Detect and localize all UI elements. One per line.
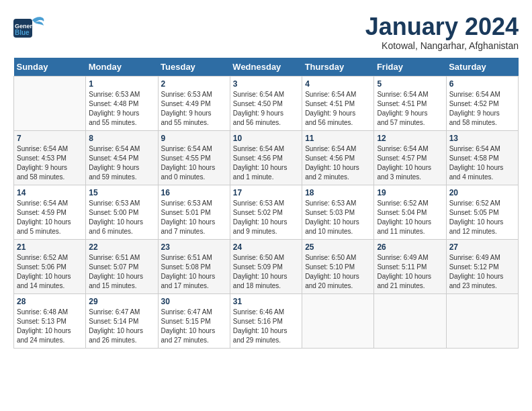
logo-icon: General Blue bbox=[13, 13, 47, 44]
calendar-week-2: 7Sunrise: 6:54 AMSunset: 4:53 PMDaylight… bbox=[14, 130, 519, 185]
day-number: 12 bbox=[377, 134, 443, 143]
calendar-cell: 20Sunrise: 6:52 AMSunset: 5:05 PMDayligh… bbox=[446, 185, 518, 239]
column-header-sunday: Sunday bbox=[14, 58, 86, 77]
column-header-wednesday: Wednesday bbox=[230, 58, 302, 77]
day-number: 25 bbox=[305, 242, 371, 252]
calendar-cell: 14Sunrise: 6:54 AMSunset: 4:59 PMDayligh… bbox=[14, 185, 86, 239]
day-number: 31 bbox=[233, 297, 299, 306]
calendar-cell: 2Sunrise: 6:53 AMSunset: 4:49 PMDaylight… bbox=[158, 76, 230, 130]
calendar-cell: 18Sunrise: 6:53 AMSunset: 5:03 PMDayligh… bbox=[302, 185, 374, 239]
day-number: 21 bbox=[17, 242, 83, 252]
calendar-cell: 29Sunrise: 6:47 AMSunset: 5:14 PMDayligh… bbox=[86, 293, 158, 348]
day-info: Sunrise: 6:50 AMSunset: 5:10 PMDaylight:… bbox=[305, 253, 371, 291]
calendar-week-4: 21Sunrise: 6:52 AMSunset: 5:06 PMDayligh… bbox=[14, 239, 519, 293]
day-number: 9 bbox=[161, 134, 227, 143]
day-number: 27 bbox=[449, 242, 515, 252]
day-number: 28 bbox=[17, 297, 83, 306]
day-info: Sunrise: 6:47 AMSunset: 5:15 PMDaylight:… bbox=[161, 308, 227, 345]
title-area: January 2024 Kotowal, Nangarhar, Afghani… bbox=[365, 13, 519, 51]
calendar-cell: 9Sunrise: 6:54 AMSunset: 4:55 PMDaylight… bbox=[158, 130, 230, 185]
day-number: 17 bbox=[233, 188, 299, 197]
day-number: 3 bbox=[233, 79, 299, 89]
calendar-cell: 22Sunrise: 6:51 AMSunset: 5:07 PMDayligh… bbox=[86, 239, 158, 293]
calendar-cell bbox=[374, 293, 446, 348]
calendar-cell: 12Sunrise: 6:54 AMSunset: 4:57 PMDayligh… bbox=[374, 130, 446, 185]
day-info: Sunrise: 6:54 AMSunset: 4:58 PMDaylight:… bbox=[449, 144, 515, 182]
calendar-cell: 30Sunrise: 6:47 AMSunset: 5:15 PMDayligh… bbox=[158, 293, 230, 348]
day-info: Sunrise: 6:52 AMSunset: 5:04 PMDaylight:… bbox=[377, 199, 443, 236]
day-info: Sunrise: 6:51 AMSunset: 5:07 PMDaylight:… bbox=[89, 253, 154, 291]
month-title: January 2024 bbox=[365, 13, 519, 40]
day-number: 23 bbox=[161, 242, 227, 252]
day-info: Sunrise: 6:47 AMSunset: 5:14 PMDaylight:… bbox=[89, 308, 154, 345]
day-info: Sunrise: 6:52 AMSunset: 5:06 PMDaylight:… bbox=[17, 253, 83, 291]
calendar-cell: 11Sunrise: 6:54 AMSunset: 4:56 PMDayligh… bbox=[302, 130, 374, 185]
calendar-cell: 16Sunrise: 6:53 AMSunset: 5:01 PMDayligh… bbox=[158, 185, 230, 239]
day-number: 26 bbox=[377, 242, 443, 252]
day-info: Sunrise: 6:54 AMSunset: 4:51 PMDaylight:… bbox=[305, 90, 371, 128]
day-number: 2 bbox=[161, 79, 227, 89]
calendar-cell: 13Sunrise: 6:54 AMSunset: 4:58 PMDayligh… bbox=[446, 130, 518, 185]
calendar-cell: 21Sunrise: 6:52 AMSunset: 5:06 PMDayligh… bbox=[14, 239, 86, 293]
column-header-tuesday: Tuesday bbox=[158, 58, 230, 77]
day-info: Sunrise: 6:54 AMSunset: 4:56 PMDaylight:… bbox=[233, 144, 299, 182]
calendar-cell: 31Sunrise: 6:46 AMSunset: 5:16 PMDayligh… bbox=[230, 293, 302, 348]
day-number: 20 bbox=[449, 188, 515, 197]
day-info: Sunrise: 6:54 AMSunset: 4:52 PMDaylight:… bbox=[449, 90, 515, 128]
day-info: Sunrise: 6:50 AMSunset: 5:09 PMDaylight:… bbox=[233, 253, 299, 291]
day-info: Sunrise: 6:54 AMSunset: 4:53 PMDaylight:… bbox=[17, 144, 83, 182]
calendar-cell: 26Sunrise: 6:49 AMSunset: 5:11 PMDayligh… bbox=[374, 239, 446, 293]
calendar-week-3: 14Sunrise: 6:54 AMSunset: 4:59 PMDayligh… bbox=[14, 185, 519, 239]
column-header-friday: Friday bbox=[374, 58, 446, 77]
calendar-cell bbox=[302, 293, 374, 348]
day-info: Sunrise: 6:52 AMSunset: 5:05 PMDaylight:… bbox=[449, 199, 515, 236]
calendar-cell: 28Sunrise: 6:48 AMSunset: 5:13 PMDayligh… bbox=[14, 293, 86, 348]
calendar-cell: 4Sunrise: 6:54 AMSunset: 4:51 PMDaylight… bbox=[302, 76, 374, 130]
calendar-cell bbox=[14, 76, 86, 130]
day-info: Sunrise: 6:54 AMSunset: 4:56 PMDaylight:… bbox=[305, 144, 371, 182]
day-info: Sunrise: 6:54 AMSunset: 4:57 PMDaylight:… bbox=[377, 144, 443, 182]
calendar-cell: 7Sunrise: 6:54 AMSunset: 4:53 PMDaylight… bbox=[14, 130, 86, 185]
day-info: Sunrise: 6:53 AMSunset: 5:03 PMDaylight:… bbox=[305, 199, 371, 236]
day-number: 22 bbox=[89, 242, 154, 252]
calendar-week-1: 1Sunrise: 6:53 AMSunset: 4:48 PMDaylight… bbox=[14, 76, 519, 130]
day-info: Sunrise: 6:54 AMSunset: 4:54 PMDaylight:… bbox=[89, 144, 154, 182]
calendar-cell bbox=[446, 293, 518, 348]
calendar-table: SundayMondayTuesdayWednesdayThursdayFrid… bbox=[13, 58, 519, 349]
day-info: Sunrise: 6:53 AMSunset: 5:01 PMDaylight:… bbox=[161, 199, 227, 236]
day-number: 10 bbox=[233, 134, 299, 143]
calendar-cell: 10Sunrise: 6:54 AMSunset: 4:56 PMDayligh… bbox=[230, 130, 302, 185]
calendar-cell: 5Sunrise: 6:54 AMSunset: 4:51 PMDaylight… bbox=[374, 76, 446, 130]
day-number: 30 bbox=[161, 297, 227, 306]
calendar-week-5: 28Sunrise: 6:48 AMSunset: 5:13 PMDayligh… bbox=[14, 293, 519, 348]
day-number: 15 bbox=[89, 188, 154, 197]
calendar-cell: 25Sunrise: 6:50 AMSunset: 5:10 PMDayligh… bbox=[302, 239, 374, 293]
location-subtitle: Kotowal, Nangarhar, Afghanistan bbox=[365, 40, 519, 51]
calendar-cell: 19Sunrise: 6:52 AMSunset: 5:04 PMDayligh… bbox=[374, 185, 446, 239]
day-number: 1 bbox=[89, 79, 154, 89]
day-number: 8 bbox=[89, 134, 154, 143]
day-number: 16 bbox=[161, 188, 227, 197]
svg-text:Blue: Blue bbox=[15, 29, 30, 36]
day-info: Sunrise: 6:54 AMSunset: 4:59 PMDaylight:… bbox=[17, 199, 83, 236]
day-info: Sunrise: 6:54 AMSunset: 4:51 PMDaylight:… bbox=[377, 90, 443, 128]
calendar-cell: 3Sunrise: 6:54 AMSunset: 4:50 PMDaylight… bbox=[230, 76, 302, 130]
day-info: Sunrise: 6:46 AMSunset: 5:16 PMDaylight:… bbox=[233, 308, 299, 345]
day-number: 13 bbox=[449, 134, 515, 143]
day-info: Sunrise: 6:54 AMSunset: 4:50 PMDaylight:… bbox=[233, 90, 299, 128]
day-number: 29 bbox=[89, 297, 154, 306]
day-number: 5 bbox=[377, 79, 443, 89]
day-info: Sunrise: 6:53 AMSunset: 4:49 PMDaylight:… bbox=[161, 90, 227, 128]
column-header-thursday: Thursday bbox=[302, 58, 374, 77]
day-info: Sunrise: 6:53 AMSunset: 4:48 PMDaylight:… bbox=[89, 90, 154, 128]
day-number: 4 bbox=[305, 79, 371, 89]
calendar-cell: 8Sunrise: 6:54 AMSunset: 4:54 PMDaylight… bbox=[86, 130, 158, 185]
day-info: Sunrise: 6:51 AMSunset: 5:08 PMDaylight:… bbox=[161, 253, 227, 291]
day-info: Sunrise: 6:49 AMSunset: 5:12 PMDaylight:… bbox=[449, 253, 515, 291]
calendar-cell: 1Sunrise: 6:53 AMSunset: 4:48 PMDaylight… bbox=[86, 76, 158, 130]
calendar-cell: 27Sunrise: 6:49 AMSunset: 5:12 PMDayligh… bbox=[446, 239, 518, 293]
column-header-monday: Monday bbox=[86, 58, 158, 77]
day-info: Sunrise: 6:53 AMSunset: 5:00 PMDaylight:… bbox=[89, 199, 154, 236]
day-number: 19 bbox=[377, 188, 443, 197]
calendar-cell: 24Sunrise: 6:50 AMSunset: 5:09 PMDayligh… bbox=[230, 239, 302, 293]
